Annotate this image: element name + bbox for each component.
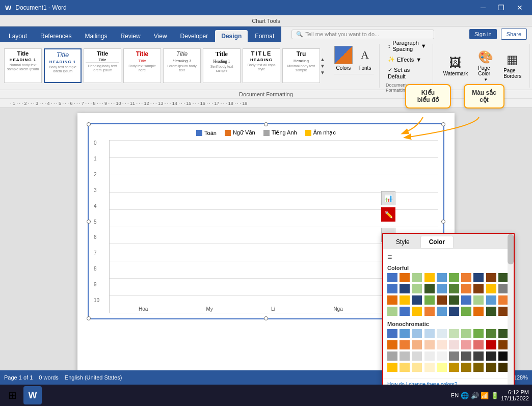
color-cell[interactable] <box>437 284 447 293</box>
color-cell[interactable] <box>461 363 471 372</box>
color-cell[interactable] <box>437 340 447 349</box>
color-cell[interactable] <box>486 295 496 305</box>
color-cell[interactable] <box>387 351 397 361</box>
color-cell[interactable] <box>498 351 509 361</box>
color-cell[interactable] <box>473 273 484 282</box>
color-cell[interactable] <box>400 307 410 316</box>
close-button[interactable]: ✕ <box>513 3 527 13</box>
handle-bl[interactable] <box>87 316 91 320</box>
color-cell[interactable] <box>387 284 397 293</box>
color-cell[interactable] <box>473 284 484 293</box>
styles-scroll-up[interactable]: ▲ <box>320 57 325 62</box>
color-cell[interactable] <box>387 340 397 349</box>
color-cell[interactable] <box>400 284 410 293</box>
color-cell[interactable] <box>486 340 496 349</box>
color-cell[interactable] <box>461 284 471 293</box>
handle-tl[interactable] <box>87 122 91 126</box>
color-cell[interactable] <box>412 351 422 361</box>
style-5[interactable]: Title Heading 1 Serif body text sample <box>203 48 241 83</box>
watermark-button[interactable]: 🖼 Watermark <box>439 53 472 78</box>
effects-button[interactable]: ✨ Effects ▼ <box>386 55 429 64</box>
color-cell[interactable] <box>498 273 509 282</box>
handle-tr[interactable] <box>441 122 445 126</box>
tab-references[interactable]: References <box>34 30 77 42</box>
color-cell[interactable] <box>486 273 496 282</box>
chart-style-icon[interactable]: 📊 <box>381 191 395 205</box>
handle-ml[interactable] <box>87 220 91 224</box>
color-cell[interactable] <box>424 273 435 282</box>
tab-developer[interactable]: Developer <box>174 30 215 42</box>
color-cell[interactable] <box>412 363 422 372</box>
color-cell[interactable] <box>486 363 496 372</box>
color-cell[interactable] <box>400 295 410 305</box>
tab-mailings[interactable]: Mailings <box>78 30 113 42</box>
color-cell[interactable] <box>486 284 496 293</box>
color-cell[interactable] <box>486 307 496 316</box>
color-cell[interactable] <box>449 340 459 349</box>
color-cell[interactable] <box>498 363 509 372</box>
style-normal[interactable]: Title HEADING 1 Normal body text sample … <box>4 48 42 83</box>
color-cell[interactable] <box>473 351 484 361</box>
color-cell[interactable] <box>400 273 410 282</box>
color-cell[interactable] <box>400 363 410 372</box>
color-cell[interactable] <box>486 351 496 361</box>
style-tab[interactable]: Style <box>387 236 418 248</box>
color-cell[interactable] <box>461 295 471 305</box>
handle-mr[interactable] <box>441 220 445 224</box>
color-cell[interactable] <box>461 307 471 316</box>
color-cell[interactable] <box>498 329 509 338</box>
color-cell[interactable] <box>449 307 459 316</box>
color-tab[interactable]: Color <box>420 236 454 248</box>
color-cell[interactable] <box>437 363 447 372</box>
color-cell[interactable] <box>437 273 447 282</box>
color-cell[interactable] <box>387 329 397 338</box>
color-cell[interactable] <box>449 273 459 282</box>
color-cell[interactable] <box>387 307 397 316</box>
word-taskbar-button[interactable]: W <box>23 386 42 404</box>
tab-view[interactable]: View <box>148 30 173 42</box>
color-cell[interactable] <box>387 363 397 372</box>
paragraph-spacing-button[interactable]: ↕ Paragraph Spacing ▼ <box>386 39 429 53</box>
page-borders-button[interactable]: ▦ Page Borders <box>499 50 525 81</box>
color-cell[interactable] <box>424 295 435 305</box>
color-cell[interactable] <box>412 340 422 349</box>
color-cell[interactable] <box>449 295 459 305</box>
color-cell[interactable] <box>449 329 459 338</box>
color-cell[interactable] <box>473 340 484 349</box>
color-cell[interactable] <box>461 340 471 349</box>
style-7[interactable]: Tru Heading Minimal body text sample <box>282 48 320 83</box>
color-cell[interactable] <box>486 329 496 338</box>
color-cell[interactable] <box>473 295 484 305</box>
search-bar[interactable]: 🔍 Tell me what you want to do... <box>291 30 434 39</box>
tab-format[interactable]: Format <box>249 30 280 42</box>
restore-button[interactable]: ❐ <box>494 3 509 13</box>
start-button[interactable]: ⊞ <box>3 386 21 404</box>
color-cell[interactable] <box>412 307 422 316</box>
color-cell[interactable] <box>412 284 422 293</box>
color-cell[interactable] <box>498 340 509 349</box>
color-cell[interactable] <box>473 329 484 338</box>
color-cell[interactable] <box>412 295 422 305</box>
color-cell[interactable] <box>498 284 509 293</box>
color-cell[interactable] <box>424 363 435 372</box>
color-cell[interactable] <box>400 329 410 338</box>
color-cell[interactable] <box>412 329 422 338</box>
color-cell[interactable] <box>449 284 459 293</box>
color-cell[interactable] <box>387 273 397 282</box>
scrollbar-thumb[interactable] <box>508 234 514 264</box>
color-cell[interactable] <box>437 295 447 305</box>
tab-review[interactable]: Review <box>114 30 146 42</box>
fonts-button[interactable]: A Fonts <box>356 46 374 71</box>
color-cell[interactable] <box>412 273 422 282</box>
color-cell[interactable] <box>498 295 509 305</box>
styles-scroll-down[interactable]: ▼ <box>320 63 325 69</box>
color-cell[interactable] <box>400 340 410 349</box>
color-cell[interactable] <box>437 307 447 316</box>
color-cell[interactable] <box>387 295 397 305</box>
style-3[interactable]: Title Title Body text sample here <box>123 48 161 83</box>
color-cell[interactable] <box>424 351 435 361</box>
handle-bm[interactable] <box>264 316 268 320</box>
color-cell[interactable] <box>437 329 447 338</box>
styles-more[interactable]: ▼ <box>320 70 325 75</box>
color-cell[interactable] <box>498 307 509 316</box>
